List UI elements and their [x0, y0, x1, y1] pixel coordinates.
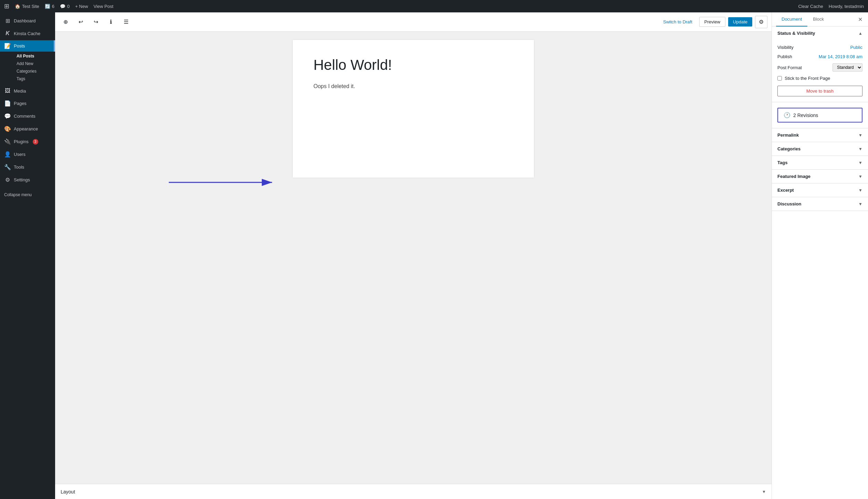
- redo-icon: ↪: [94, 19, 98, 25]
- sidebar-item-label: Settings: [14, 177, 30, 182]
- sidebar-item-kinsta[interactable]: K Kinsta Cache: [0, 28, 55, 39]
- add-block-btn[interactable]: ⊕: [59, 16, 72, 28]
- post-format-label: Post Format: [777, 65, 802, 70]
- excerpt-chevron-icon: ▼: [858, 188, 862, 193]
- sidebar-item-label: Users: [14, 152, 25, 157]
- sidebar-item-label: Media: [14, 88, 26, 94]
- sidebar-item-pages[interactable]: 📄 Pages: [0, 98, 55, 109]
- comments-link[interactable]: 💬 0: [60, 4, 70, 9]
- visibility-value[interactable]: Public: [850, 45, 862, 50]
- right-panel: Document Block ✕ Status & Visibility ▲ V…: [772, 12, 868, 499]
- permalink-section: Permalink ▼: [772, 128, 868, 142]
- categories-chevron-icon: ▼: [858, 147, 862, 151]
- switch-to-draft-btn[interactable]: Switch to Draft: [659, 17, 696, 26]
- tab-document[interactable]: Document: [776, 12, 807, 26]
- categories-header[interactable]: Categories ▼: [772, 142, 868, 156]
- block-nav-btn[interactable]: ☰: [120, 16, 132, 28]
- wp-logo-icon[interactable]: ⊞: [4, 2, 9, 10]
- status-visibility-header[interactable]: Status & Visibility ▲: [772, 26, 868, 40]
- revisions-label: 2 Revisions: [793, 113, 818, 118]
- post-body[interactable]: Oops I deleted it.: [313, 82, 513, 91]
- info-btn[interactable]: ℹ: [105, 16, 117, 28]
- publish-date[interactable]: Mar 14, 2019 8:08 am: [819, 54, 862, 59]
- layout-chevron-icon[interactable]: ▼: [762, 489, 766, 494]
- sidebar-section-settings: ⚙ Settings: [0, 174, 55, 185]
- plugins-badge: 3: [33, 139, 38, 145]
- redo-btn[interactable]: ↪: [90, 16, 102, 28]
- post-format-select[interactable]: Standard: [833, 63, 862, 72]
- pages-icon: 📄: [4, 100, 11, 107]
- editor-area: ⊕ ↩ ↪ ℹ ☰ Switch to Draft Preview Update…: [55, 12, 772, 499]
- sidebar-item-label: Posts: [14, 43, 25, 49]
- block-nav-icon: ☰: [124, 19, 128, 25]
- sidebar-item-categories[interactable]: Categories: [14, 67, 55, 75]
- comments-nav-icon: 💬: [4, 113, 11, 119]
- undo-btn[interactable]: ↩: [74, 16, 87, 28]
- categories-section: Categories ▼: [772, 142, 868, 156]
- sidebar-item-label: Kinsta Cache: [14, 31, 40, 36]
- sidebar-item-media[interactable]: 🖼 Media: [0, 85, 55, 96]
- post-canvas: Hello World! Oops I deleted it.: [293, 40, 534, 178]
- sidebar-item-appearance[interactable]: 🎨 Appearance: [0, 123, 55, 135]
- sidebar-section-plugins: 🔌 Plugins 3: [0, 136, 55, 147]
- excerpt-header[interactable]: Excerpt ▼: [772, 183, 868, 197]
- tab-block[interactable]: Block: [807, 12, 829, 26]
- discussion-title: Discussion: [777, 201, 801, 206]
- stick-front-page-checkbox[interactable]: [777, 76, 782, 81]
- sidebar-item-users[interactable]: 👤 Users: [0, 149, 55, 160]
- sidebar-item-posts[interactable]: 📝 Posts: [0, 40, 55, 52]
- status-visibility-chevron-icon: ▲: [858, 31, 862, 36]
- update-btn[interactable]: Update: [728, 17, 752, 26]
- move-to-trash-btn[interactable]: Move to trash: [777, 86, 862, 96]
- publish-row: Publish Mar 14, 2019 8:08 am: [777, 52, 862, 61]
- post-format-row: Post Format Standard: [777, 61, 862, 74]
- excerpt-section: Excerpt ▼: [772, 183, 868, 197]
- sidebar-item-comments[interactable]: 💬 Comments: [0, 110, 55, 122]
- featured-image-header[interactable]: Featured Image ▼: [772, 170, 868, 183]
- users-icon: 👤: [4, 151, 11, 158]
- sidebar-section-dashboard: ⊞ Dashboard: [0, 15, 55, 26]
- sidebar-item-settings[interactable]: ⚙ Settings: [0, 174, 55, 185]
- sidebar-item-label: Comments: [14, 114, 35, 119]
- collapse-menu-btn[interactable]: Collapse menu: [0, 188, 55, 201]
- excerpt-title: Excerpt: [777, 188, 794, 193]
- sidebar-item-tags[interactable]: Tags: [14, 75, 55, 83]
- layout-label: Layout: [61, 489, 75, 495]
- add-block-icon: ⊕: [63, 19, 68, 25]
- sidebar-item-all-posts[interactable]: All Posts: [14, 52, 55, 60]
- admin-bar: ⊞ 🏠 Test Site 🔄 6 💬 0 + New View Post Cl…: [0, 0, 868, 12]
- updates-link[interactable]: 🔄 6: [45, 4, 54, 9]
- view-post-link[interactable]: View Post: [94, 4, 114, 9]
- sidebar-item-add-new[interactable]: Add New: [14, 60, 55, 67]
- tags-title: Tags: [777, 160, 787, 165]
- permalink-title: Permalink: [777, 132, 799, 138]
- clear-cache-btn[interactable]: Clear Cache: [798, 4, 823, 9]
- revisions-section: 🕐 2 Revisions: [772, 102, 868, 128]
- featured-image-title: Featured Image: [777, 174, 810, 179]
- comments-icon: 💬: [60, 4, 65, 9]
- revisions-btn[interactable]: 🕐 2 Revisions: [777, 108, 862, 123]
- permalink-header[interactable]: Permalink ▼: [772, 128, 868, 142]
- tags-chevron-icon: ▼: [858, 160, 862, 165]
- new-link[interactable]: + New: [75, 4, 88, 9]
- post-title[interactable]: Hello World!: [313, 56, 513, 74]
- sidebar-item-tools[interactable]: 🔧 Tools: [0, 161, 55, 173]
- stick-front-page-label: Stick to the Front Page: [785, 76, 830, 81]
- tags-header[interactable]: Tags ▼: [772, 156, 868, 169]
- preview-btn[interactable]: Preview: [699, 17, 725, 27]
- status-visibility-title: Status & Visibility: [777, 31, 815, 36]
- status-visibility-section: Status & Visibility ▲ Visibility Public …: [772, 26, 868, 102]
- sidebar-item-plugins[interactable]: 🔌 Plugins 3: [0, 136, 55, 147]
- panel-close-btn[interactable]: ✕: [857, 15, 864, 24]
- settings-gear-btn[interactable]: ⚙: [755, 16, 767, 28]
- editor-content[interactable]: Hello World! Oops I deleted it.: [55, 32, 772, 484]
- home-icon: 🏠: [15, 4, 20, 9]
- featured-image-section: Featured Image ▼: [772, 170, 868, 183]
- sidebar-section-posts: 📝 Posts All Posts Add New Categories Tag…: [0, 40, 55, 84]
- howdy-user[interactable]: Howdy, testadmin: [829, 4, 864, 9]
- discussion-header[interactable]: Discussion ▼: [772, 197, 868, 211]
- sidebar-item-dashboard[interactable]: ⊞ Dashboard: [0, 15, 55, 26]
- stick-front-page-row: Stick to the Front Page: [777, 74, 862, 83]
- undo-icon: ↩: [79, 19, 83, 25]
- site-name-link[interactable]: 🏠 Test Site: [15, 4, 39, 9]
